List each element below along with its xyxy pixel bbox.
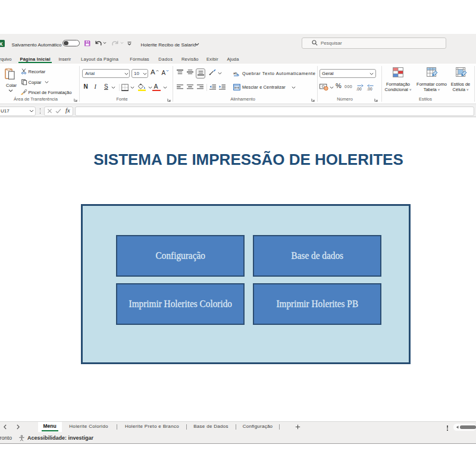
svg-text:X: X bbox=[0, 40, 3, 46]
svg-text:.00: .00 bbox=[356, 87, 362, 91]
svg-text:.00: .00 bbox=[367, 87, 372, 91]
